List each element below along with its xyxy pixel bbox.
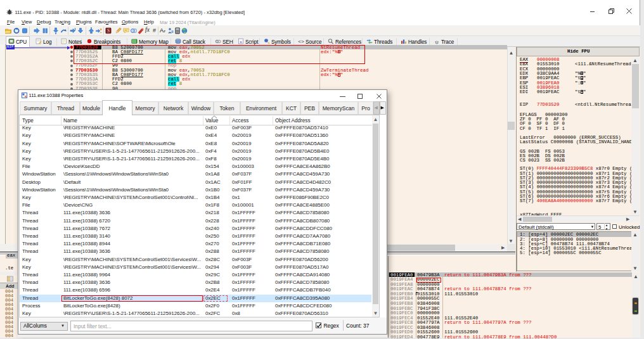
svg-text:s: s [240, 40, 242, 44]
svg-text:<>: <> [298, 39, 304, 44]
svg-text:ψ: ψ [435, 39, 439, 44]
svg-text:S: S [107, 28, 110, 34]
